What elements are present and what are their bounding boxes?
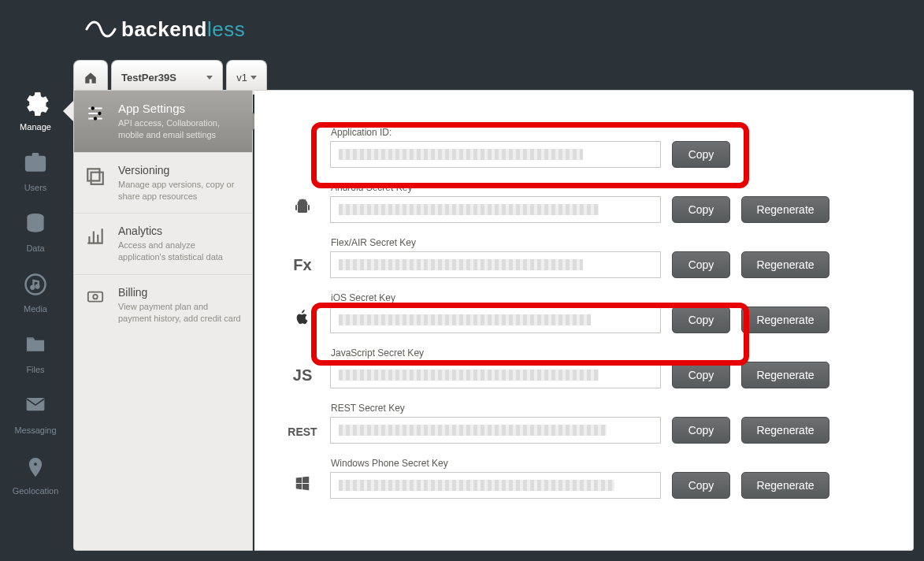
rail-item-data[interactable]: Data <box>0 212 71 253</box>
sidebar-item-subtitle: Access and analyze application's statist… <box>118 240 241 263</box>
redacted-value <box>339 259 583 270</box>
chevron-down-icon <box>206 76 213 80</box>
svg-rect-1 <box>32 154 39 158</box>
sliders-icon <box>83 102 107 125</box>
regenerate-button-android[interactable]: Regenerate <box>741 196 829 223</box>
credential-android: Android Secret KeyCopyRegenerate <box>286 182 897 223</box>
rail-item-files[interactable]: Files <box>0 333 71 374</box>
REST-icon: REST <box>286 420 319 440</box>
redacted-value <box>339 370 599 381</box>
copy-button-ios[interactable]: Copy <box>672 307 730 333</box>
sidebar-item-title: App Settings <box>118 102 241 115</box>
JS-icon: JS <box>286 365 319 385</box>
credential-label: Android Secret Key <box>331 182 897 193</box>
credential-value-flex[interactable] <box>330 251 661 278</box>
regenerate-button-rest[interactable]: Regenerate <box>741 417 829 444</box>
redacted-value <box>339 314 591 325</box>
copy-button-wp[interactable]: Copy <box>672 472 730 499</box>
rail-label: Geolocation <box>13 486 59 496</box>
copy-button-rest[interactable]: Copy <box>672 417 730 444</box>
svg-point-7 <box>91 106 95 110</box>
rail-label: Data <box>26 243 44 253</box>
rail-item-messaging[interactable]: Messaging <box>0 394 71 435</box>
svg-point-5 <box>35 284 39 288</box>
sidebar-item-versioning[interactable]: VersioningManage app versions, copy or s… <box>74 152 252 214</box>
credential-value-appid[interactable] <box>330 141 661 168</box>
credential-wp: Windows Phone Secret KeyCopyRegenerate <box>286 458 897 499</box>
brand-swirl-icon <box>85 20 117 39</box>
home-icon <box>83 71 98 85</box>
regenerate-button-flex[interactable]: Regenerate <box>741 251 829 278</box>
sidebar-item-subtitle: Manage app versions, copy or share app r… <box>118 179 241 202</box>
rail-item-media[interactable]: Media <box>0 273 71 314</box>
envelope-icon <box>20 394 51 422</box>
copy-button-js[interactable]: Copy <box>672 362 730 388</box>
rail-pointer <box>63 100 74 122</box>
brand-name-b: less <box>207 17 245 42</box>
brand-logo: backendless <box>85 9 245 49</box>
credential-value-wp[interactable] <box>330 472 661 499</box>
copy-button-appid[interactable]: Copy <box>672 141 730 168</box>
tabrow: TestPer39S v1 <box>73 55 270 95</box>
credential-label: Windows Phone Secret Key <box>331 458 897 469</box>
rail-item-users[interactable]: Users <box>0 151 71 192</box>
credential-value-ios[interactable] <box>330 307 661 333</box>
idcard-icon <box>20 151 51 179</box>
credential-appid: Application ID:Copy <box>286 127 897 168</box>
credential-label: JavaScript Secret Key <box>331 347 897 359</box>
android-icon <box>286 198 319 221</box>
left-rail: ManageUsersDataMediaFilesMessagingGeoloc… <box>0 91 71 496</box>
gear-icon <box>20 91 51 118</box>
svg-rect-10 <box>87 169 99 180</box>
redacted-value <box>339 480 614 491</box>
brand-name-a: backend <box>121 17 207 42</box>
regenerate-button-ios[interactable]: Regenerate <box>741 307 829 333</box>
version-name: v1 <box>236 72 247 84</box>
chart-icon <box>83 225 107 248</box>
credential-js: JavaScript Secret KeyJSCopyRegenerate <box>286 347 897 388</box>
svg-rect-15 <box>295 205 297 210</box>
credential-value-js[interactable] <box>330 362 661 388</box>
credential-label: iOS Secret Key <box>331 292 897 303</box>
rail-label: Messaging <box>14 425 56 435</box>
sidebar-item-title: Versioning <box>118 164 241 176</box>
chevron-down-icon <box>250 76 257 80</box>
sidebar-item-billing[interactable]: BillingView payment plan and payment his… <box>74 274 252 336</box>
money-icon <box>83 286 107 310</box>
credential-flex: Flex/AIR Secret KeyFxCopyRegenerate <box>286 237 897 278</box>
folder-icon <box>20 333 51 361</box>
sidebar-item-title: Analytics <box>118 225 241 237</box>
regenerate-button-wp[interactable]: Regenerate <box>741 472 829 499</box>
credential-value-rest[interactable] <box>330 417 661 444</box>
rail-label: Users <box>24 183 47 192</box>
main-panel: Application ID:CopyAndroid Secret KeyCop… <box>254 90 914 551</box>
svg-rect-6 <box>27 398 44 410</box>
Fx-icon: Fx <box>286 254 319 275</box>
svg-rect-11 <box>91 172 103 184</box>
svg-point-8 <box>98 112 101 115</box>
credential-label: REST Secret Key <box>331 403 897 414</box>
db-icon <box>20 212 51 240</box>
svg-point-3 <box>26 275 46 295</box>
svg-point-4 <box>31 285 35 289</box>
svg-point-9 <box>94 117 97 120</box>
apple-icon <box>286 308 319 332</box>
sidebar-item-appsettings[interactable]: App SettingsAPI access, Collaboration, m… <box>74 91 252 152</box>
sidebar-item-subtitle: View payment plan and payment history, a… <box>118 301 241 325</box>
sidebar-item-subtitle: API access, Collaboration, mobile and em… <box>118 117 241 141</box>
credential-label: Flex/AIR Secret Key <box>331 237 897 248</box>
rail-label: Manage <box>20 122 51 132</box>
windows-icon <box>286 474 319 496</box>
copy-button-flex[interactable]: Copy <box>672 251 730 278</box>
credential-value-android[interactable] <box>330 196 661 223</box>
credential-label: Application ID: <box>331 127 897 138</box>
credential-ios: iOS Secret KeyCopyRegenerate <box>286 292 897 333</box>
rail-item-geolocation[interactable]: Geolocation <box>0 455 71 496</box>
svg-rect-14 <box>298 205 307 213</box>
copy-button-android[interactable]: Copy <box>672 196 730 223</box>
rail-item-manage[interactable]: Manage <box>0 91 71 132</box>
project-name: TestPer39S <box>121 72 176 84</box>
regenerate-button-js[interactable]: Regenerate <box>741 362 829 388</box>
redacted-value <box>339 149 583 160</box>
sidebar-item-analytics[interactable]: AnalyticsAccess and analyze application'… <box>74 213 252 274</box>
